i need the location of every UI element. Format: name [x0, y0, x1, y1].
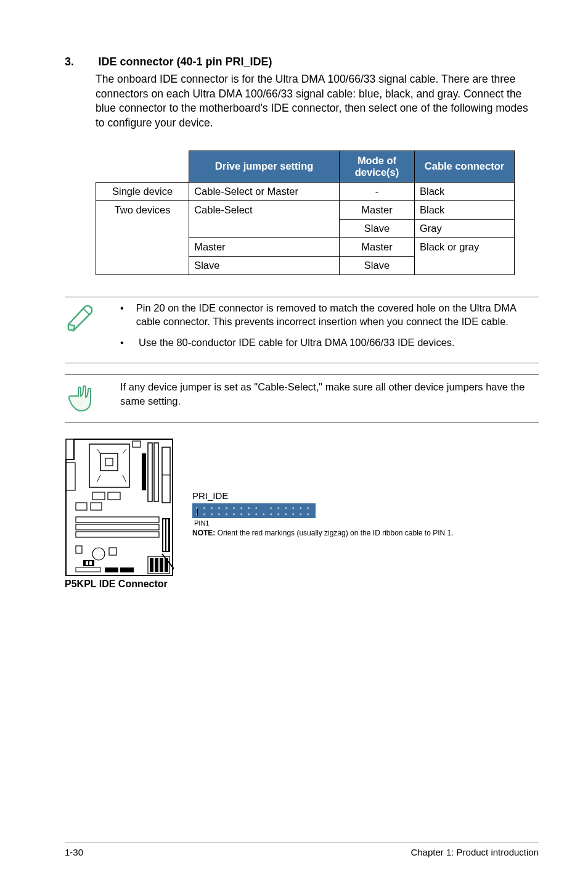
svg-rect-27: [76, 567, 100, 572]
pencil-icon: [65, 301, 99, 337]
footer-right: Chapter 1: Product introduction: [410, 847, 539, 857]
ide-note: NOTE: Orient the red markings (usually z…: [192, 529, 454, 538]
cell: Black: [415, 200, 515, 219]
row-label-two: Two devices: [96, 200, 189, 274]
cell: -: [340, 182, 415, 200]
svg-rect-4: [105, 458, 113, 466]
note-box-1: •Pin 20 on the IDE connector is removed …: [65, 297, 539, 364]
ide-connector-label: PRI_IDE: [192, 490, 454, 501]
svg-rect-6: [148, 443, 152, 501]
svg-rect-26: [89, 561, 92, 565]
svg-rect-5: [133, 441, 141, 447]
svg-rect-17: [76, 532, 159, 537]
svg-rect-13: [76, 503, 87, 510]
table-header-jumper: Drive jumper setting: [189, 151, 340, 182]
svg-rect-16: [76, 524, 159, 530]
row-label-single: Single device: [96, 182, 189, 200]
svg-rect-3: [100, 453, 118, 471]
note1-item1: •Pin 20 on the IDE connector is removed …: [120, 301, 539, 329]
svg-rect-23: [109, 548, 116, 555]
svg-rect-15: [76, 517, 159, 522]
note1-item2: •Use the 80-conductor IDE cable for Ultr…: [120, 336, 539, 349]
svg-rect-20: [166, 519, 168, 551]
hand-icon: [65, 380, 99, 416]
note-box-2: If any device jumper is set as "Cable-Se…: [65, 374, 539, 423]
diagram-area: P5KPL IDE Connector PRI_IDE ● ● ● ● ● ● …: [65, 438, 539, 590]
svg-rect-11: [92, 492, 105, 500]
svg-rect-12: [108, 492, 120, 500]
cell: Black: [415, 182, 515, 200]
svg-point-22: [92, 548, 105, 560]
pin1-label: PIN1: [194, 519, 209, 527]
svg-rect-29: [120, 567, 134, 572]
section-body: The onboard IDE connector is for the Ult…: [96, 72, 539, 131]
svg-rect-7: [154, 443, 158, 501]
motherboard-label: P5KPL IDE Connector: [65, 579, 174, 590]
cell: Master: [340, 237, 415, 256]
page-footer: 1-30 Chapter 1: Product introduction: [65, 843, 539, 857]
svg-rect-31: [150, 558, 153, 572]
config-table: Drive jumper setting Mode of device(s) C…: [96, 151, 515, 275]
table-header-cable: Cable connector: [415, 151, 515, 182]
svg-rect-14: [91, 503, 102, 510]
svg-rect-28: [105, 567, 118, 572]
cell: Master: [189, 237, 340, 256]
svg-rect-33: [160, 558, 163, 572]
table-empty-header: [96, 151, 189, 182]
cell: Cable-Select: [189, 200, 340, 237]
table-header-mode: Mode of device(s): [340, 151, 415, 182]
svg-rect-0: [66, 439, 74, 460]
section-number: 3.: [65, 56, 96, 68]
cell: Master: [340, 200, 415, 219]
cell: Gray: [415, 219, 515, 237]
svg-rect-19: [163, 519, 165, 551]
svg-rect-25: [86, 561, 88, 565]
ide-connector-graphic: ● ● ● ● ● ● ● ● ● ● ● ● ● ● ● ● ● ● ● ● …: [192, 503, 316, 518]
note2-text: If any device jumper is set as "Cable-Se…: [120, 380, 539, 408]
cell: Cable-Select or Master: [189, 182, 340, 200]
svg-rect-18: [162, 518, 170, 552]
footer-left: 1-30: [65, 847, 83, 857]
cell: Slave: [189, 256, 340, 274]
svg-rect-1: [66, 463, 75, 490]
svg-rect-8: [142, 453, 146, 490]
cell: Slave: [340, 256, 415, 274]
svg-rect-24: [83, 560, 94, 566]
cell: Slave: [340, 219, 415, 237]
motherboard-diagram: [65, 438, 174, 577]
svg-rect-32: [155, 558, 158, 572]
section-heading: IDE connector (40-1 pin PRI_IDE): [98, 56, 272, 68]
cell: Black or gray: [415, 237, 515, 274]
svg-rect-21: [76, 546, 82, 553]
